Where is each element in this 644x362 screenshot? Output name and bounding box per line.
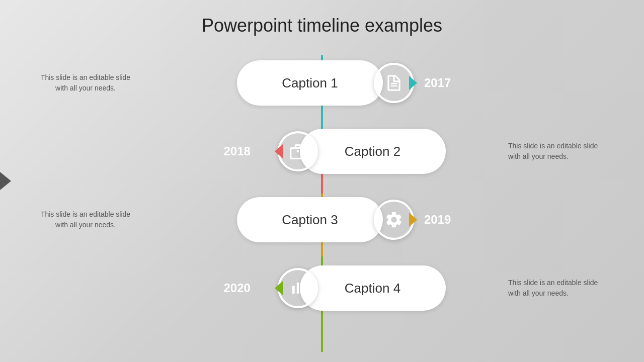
caption-text-4: Caption 4	[345, 281, 400, 296]
circle-icon-3	[374, 200, 414, 240]
timeline-row-2: 2018 Caption 2 This slide is an editable…	[30, 124, 614, 179]
caption-text-3: Caption 3	[282, 212, 338, 228]
circle-icon-4	[278, 268, 318, 308]
year-tag-1: 2017	[415, 69, 493, 97]
side-text-2: This slide is an editable slidewith all …	[503, 141, 614, 162]
year-text-3: 2019	[424, 213, 451, 227]
year-text-4: 2020	[209, 281, 251, 295]
year-tag-3: 2019	[415, 206, 493, 233]
circle-icon-1	[374, 63, 414, 103]
year-tag-2: 2018	[199, 138, 277, 165]
caption-pill-2: Caption 2	[300, 129, 446, 174]
timeline-row-4: 2020 Caption 4 This slide is an editable…	[30, 260, 614, 316]
timeline-row-3: This slide is an editable slidewith all …	[30, 192, 614, 247]
caption-text-2: Caption 2	[345, 144, 400, 159]
year-text-1: 2017	[424, 76, 451, 90]
year-text-2: 2018	[209, 144, 251, 158]
side-text-3: This slide is an editable slidewith all …	[30, 209, 141, 230]
caption-pill-4: Caption 4	[300, 265, 446, 311]
caption-pill-3: Caption 3	[237, 197, 383, 242]
caption-text-1: Caption 1	[282, 75, 338, 91]
year-tag-4: 2020	[199, 275, 277, 302]
side-text-1: This slide is an editable slidewith all …	[30, 72, 141, 94]
circle-icon-2	[278, 131, 318, 171]
slide-title: Powerpoint timeline examples	[0, 0, 644, 41]
timeline-row-1: This slide is an editable slidewith all …	[30, 55, 614, 111]
caption-pill-1: Caption 1	[237, 60, 383, 106]
side-text-4: This slide is an editable slidewith all …	[503, 278, 614, 299]
